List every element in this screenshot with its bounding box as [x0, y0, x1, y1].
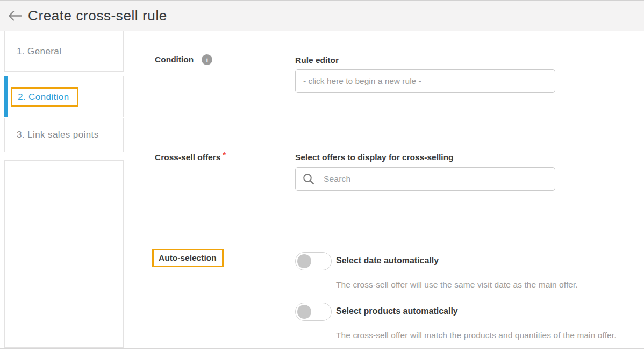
sidebar-item-label: 3. Link sales points — [17, 130, 99, 140]
annotation-highlight-box: 2. Condition — [11, 87, 78, 107]
back-button[interactable] — [6, 9, 23, 23]
select-date-description: The cross-sell offer will use the same v… — [336, 280, 578, 290]
search-icon — [303, 173, 314, 185]
sidebar-item-label: 1. General — [17, 46, 61, 57]
arrow-left-icon — [8, 10, 22, 22]
select-date-toggle-label: Select date automatically — [336, 256, 439, 266]
section-divider — [155, 124, 509, 124]
select-offers-label: Select offers to display for cross-selli… — [295, 153, 454, 162]
sidebar-item-link-sales-points[interactable]: 3. Link sales points — [4, 118, 124, 152]
select-products-description: The cross-sell offer will match the prod… — [336, 331, 617, 340]
info-icon[interactable]: i — [202, 54, 212, 65]
sidebar-item-general[interactable]: 1. General — [4, 31, 124, 72]
sidebar-item-label: 2. Condition — [18, 92, 69, 103]
page-title: Create cross-sell rule — [28, 8, 167, 24]
page-header: Create cross-sell rule — [0, 1, 644, 31]
select-products-toggle-label: Select products automatically — [336, 306, 458, 316]
offers-search-input[interactable] — [314, 174, 555, 184]
cross-sell-offers-label-text: Cross-sell offers — [155, 153, 220, 162]
sidebar-item-condition[interactable]: 2. Condition — [4, 76, 124, 117]
sidebar-panel — [4, 160, 124, 348]
window-bottom-edge — [0, 348, 644, 349]
select-products-toggle[interactable] — [295, 303, 332, 321]
rule-editor-input[interactable] — [295, 69, 555, 93]
annotation-highlight-box: Auto-selection — [152, 249, 224, 267]
toggle-knob — [297, 305, 311, 319]
condition-label: Condition — [155, 55, 194, 65]
condition-section-header: Condition i — [155, 54, 212, 65]
auto-selection-label: Auto-selection — [159, 253, 217, 263]
toggle-knob — [297, 254, 311, 268]
select-date-toggle[interactable] — [295, 252, 332, 270]
cross-sell-offers-label: Cross-sell offers* — [155, 153, 226, 162]
rule-editor-label: Rule editor — [295, 55, 339, 65]
required-asterisk: * — [223, 150, 226, 159]
section-divider — [155, 223, 509, 223]
offers-search-box[interactable] — [295, 167, 555, 191]
